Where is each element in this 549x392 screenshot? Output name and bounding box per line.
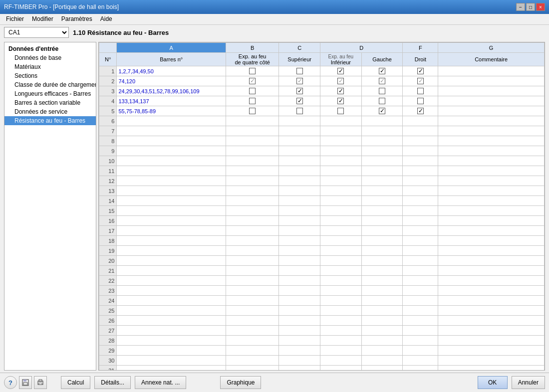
details-button[interactable]: Détails... (94, 376, 131, 389)
table-row-empty: 26 (99, 316, 545, 326)
close-button[interactable]: × (536, 3, 545, 11)
empty-cell (438, 326, 545, 336)
barres-cell[interactable]: 74,120 (117, 76, 226, 86)
checkbox-f[interactable] (403, 96, 438, 106)
ok-button[interactable]: OK (478, 376, 508, 389)
empty-cell (226, 266, 279, 276)
empty-cell (279, 296, 320, 306)
sidebar-item-longueurs[interactable]: Longueurs efficaces - Barres (4, 89, 96, 98)
empty-cell (117, 366, 226, 371)
empty-cell (320, 306, 362, 316)
empty-cell (279, 326, 320, 336)
annexe-button[interactable]: Annexe nat. ... (135, 376, 186, 389)
sidebar-item-sections[interactable]: Sections (4, 71, 96, 80)
empty-cell (361, 346, 403, 356)
empty-cell (279, 246, 320, 256)
empty-cell (279, 156, 320, 166)
checkbox-c[interactable] (279, 86, 320, 96)
checkbox-b[interactable] (226, 76, 279, 86)
menu-parametres[interactable]: Paramètres (57, 15, 96, 23)
barres-cell[interactable]: 133,134,137 (117, 96, 226, 106)
checkbox-e[interactable] (361, 76, 403, 86)
empty-cell (403, 116, 438, 126)
empty-cell (403, 176, 438, 186)
menu-aide[interactable]: Aide (96, 15, 116, 23)
empty-cell (438, 306, 545, 316)
comment-cell[interactable] (438, 96, 545, 106)
checkbox-e[interactable] (361, 106, 403, 116)
menu-modifier[interactable]: Modifier (28, 15, 57, 23)
empty-cell (279, 126, 320, 136)
empty-cell (226, 206, 279, 216)
sidebar-item-donnees-service[interactable]: Données de service (4, 107, 96, 116)
case-dropdown[interactable]: CA1 (4, 27, 69, 38)
row-number: 20 (99, 256, 117, 266)
maximize-button[interactable]: □ (526, 3, 535, 11)
checkbox-b[interactable] (226, 66, 279, 76)
empty-cell (279, 286, 320, 296)
empty-cell (117, 336, 226, 346)
empty-cell (403, 126, 438, 136)
checkbox-e[interactable] (361, 86, 403, 96)
checkbox-c[interactable] (279, 106, 320, 116)
empty-cell (117, 166, 226, 176)
checkbox-c[interactable] (279, 66, 320, 76)
col-g-header: G (438, 43, 545, 53)
sidebar-item-barres-section[interactable]: Barres à section variable (4, 98, 96, 107)
comment-cell[interactable] (438, 106, 545, 116)
table-row-empty: 8 (99, 136, 545, 146)
barres-cell[interactable]: 1,2,7,34,49,50 (117, 66, 226, 76)
empty-cell (117, 226, 226, 236)
table-row-empty: 30 (99, 356, 545, 366)
checkbox-b[interactable] (226, 106, 279, 116)
print-button[interactable] (34, 376, 47, 389)
row-number: 10 (99, 156, 117, 166)
checkbox-f[interactable] (403, 86, 438, 96)
table-row: 11,2,7,34,49,50 (99, 66, 545, 76)
sidebar-item-donnees-base[interactable]: Données de base (4, 53, 96, 62)
sidebar-item-classe-duree[interactable]: Classe de durée de chargement (4, 80, 96, 89)
checkbox-f[interactable] (403, 66, 438, 76)
checkbox-d[interactable] (320, 66, 362, 76)
graphique-button[interactable]: Graphique (220, 376, 261, 389)
sidebar-item-materiaux[interactable]: Matériaux (4, 62, 96, 71)
checkbox-f[interactable] (403, 106, 438, 116)
empty-cell (403, 306, 438, 316)
comment-cell[interactable] (438, 86, 545, 96)
sidebar-item-resistance-feu[interactable]: Résistance au feu - Barres (4, 116, 96, 125)
checkbox-d[interactable] (320, 106, 362, 116)
calcul-button[interactable]: Calcul (61, 376, 90, 389)
row-number: 6 (99, 116, 117, 126)
empty-cell (279, 316, 320, 326)
checkbox-c[interactable] (279, 76, 320, 86)
checkbox-f[interactable] (403, 76, 438, 86)
checkbox-e[interactable] (361, 66, 403, 76)
row-number: 25 (99, 306, 117, 316)
menu-fichier[interactable]: Fichier (2, 15, 28, 23)
save-button[interactable] (19, 376, 32, 389)
checkbox-c[interactable] (279, 96, 320, 106)
empty-cell (226, 126, 279, 136)
comment-cell[interactable] (438, 76, 545, 86)
checkbox-d[interactable] (320, 76, 362, 86)
minimize-button[interactable]: − (516, 3, 525, 11)
barres-cell[interactable]: 24,29,30,43,51,52,78,99,106,109 (117, 86, 226, 96)
empty-cell (226, 146, 279, 156)
checkbox-d[interactable] (320, 86, 362, 96)
comment-cell[interactable] (438, 66, 545, 76)
checkbox-b[interactable] (226, 96, 279, 106)
checkbox-e[interactable] (361, 96, 403, 106)
empty-cell (279, 216, 320, 226)
checkbox-b[interactable] (226, 86, 279, 96)
empty-cell (117, 286, 226, 296)
annuler-button[interactable]: Annuler (512, 376, 545, 389)
row-number: 29 (99, 346, 117, 356)
empty-cell (226, 326, 279, 336)
barres-cell[interactable]: 55,75-78,85-89 (117, 106, 226, 116)
checkbox-d[interactable] (320, 96, 362, 106)
col-num-header (99, 43, 117, 53)
table-row-empty: 16 (99, 216, 545, 226)
empty-cell (279, 276, 320, 286)
empty-cell (438, 156, 545, 166)
help-button[interactable]: ? (4, 376, 17, 389)
